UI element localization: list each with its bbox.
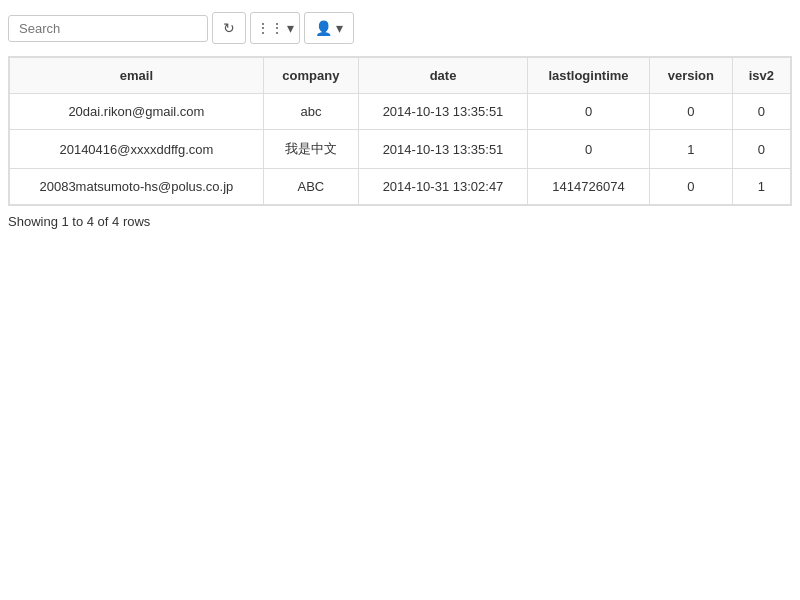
cell-company: abc xyxy=(263,94,358,130)
cell-email: 20140416@xxxxddffg.com xyxy=(10,130,264,169)
cell-email: 20dai.rikon@gmail.com xyxy=(10,94,264,130)
col-header-version: version xyxy=(649,58,732,94)
col-header-email: email xyxy=(10,58,264,94)
cell-isv2: 1 xyxy=(732,169,790,205)
cell-isv2: 0 xyxy=(732,130,790,169)
user-menu-button[interactable]: 👤 ▾ xyxy=(304,12,354,44)
cell-version: 0 xyxy=(649,94,732,130)
cell-lastlogintime: 0 xyxy=(528,130,650,169)
table-header-row: email company date lastlogintime version… xyxy=(10,58,791,94)
col-header-lastlogintime: lastlogintime xyxy=(528,58,650,94)
cell-isv2: 0 xyxy=(732,94,790,130)
cell-version: 0 xyxy=(649,169,732,205)
table-row[interactable]: 20083matsumoto-hs@polus.co.jpABC2014-10-… xyxy=(10,169,791,205)
cell-date: 2014-10-31 13:02:47 xyxy=(359,169,528,205)
col-header-company: company xyxy=(263,58,358,94)
search-input[interactable] xyxy=(8,15,208,42)
grid-view-button[interactable]: ⋮⋮ ▾ xyxy=(250,12,300,44)
cell-date: 2014-10-13 13:35:51 xyxy=(359,94,528,130)
data-table: email company date lastlogintime version… xyxy=(9,57,791,205)
cell-lastlogintime: 0 xyxy=(528,94,650,130)
table-row[interactable]: 20dai.rikon@gmail.comabc2014-10-13 13:35… xyxy=(10,94,791,130)
cell-email: 20083matsumoto-hs@polus.co.jp xyxy=(10,169,264,205)
cell-version: 1 xyxy=(649,130,732,169)
table-row[interactable]: 20140416@xxxxddffg.com我是中文2014-10-13 13:… xyxy=(10,130,791,169)
refresh-icon: ↻ xyxy=(223,20,235,36)
cell-company: ABC xyxy=(263,169,358,205)
refresh-button[interactable]: ↻ xyxy=(212,12,246,44)
status-text: Showing 1 to 4 of 4 rows xyxy=(8,214,792,229)
col-header-date: date xyxy=(359,58,528,94)
cell-lastlogintime: 1414726074 xyxy=(528,169,650,205)
cell-company: 我是中文 xyxy=(263,130,358,169)
data-table-container: email company date lastlogintime version… xyxy=(8,56,792,206)
cell-date: 2014-10-13 13:35:51 xyxy=(359,130,528,169)
col-header-isv2: isv2 xyxy=(732,58,790,94)
grid-icon: ⋮⋮ ▾ xyxy=(256,20,295,36)
user-icon: 👤 ▾ xyxy=(315,20,343,36)
toolbar: ↻ ⋮⋮ ▾ 👤 ▾ xyxy=(8,8,792,48)
